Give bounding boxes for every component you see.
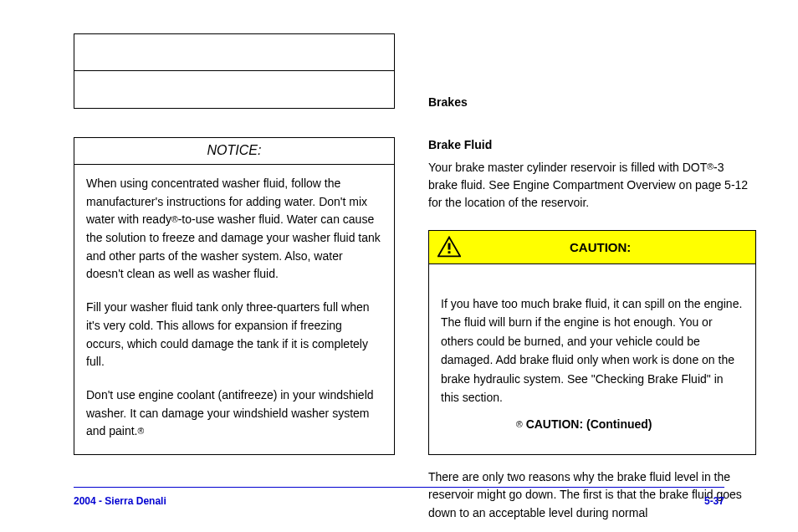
footer-left: 2004 - Sierra Denali [74,495,166,507]
footer-rule [74,487,724,488]
notice-paragraph-1: When using concentrated washer fluid, fo… [86,175,382,284]
caution-box: CAUTION: If you have too much brake flui… [428,230,756,455]
two-row-box-row-1 [74,34,394,71]
two-row-box-row-2 [74,71,394,108]
notice-body: When using concentrated washer fluid, fo… [74,165,394,454]
notice-paragraph-3: Don't use engine coolant (antifreeze) in… [86,386,382,441]
caution-title: CAUTION: [570,240,631,254]
warning-triangle-icon [437,236,461,258]
right-p1-pre: Your brake master cylinder reservoir is … [428,161,707,174]
notice-p2: Fill your washer fluid tank only three-q… [86,300,370,368]
caution-header: CAUTION: [429,231,755,264]
notice-p3-reg: ® [138,424,145,437]
notice-p1-post: to [182,212,192,226]
placeholder-two-row-box [74,33,395,109]
brakes-heading: Brakes [428,94,755,111]
notice-p1-reg1: ® [171,212,178,226]
caution-body-paragraph-2: ® CAUTION: (Continued) [441,415,744,433]
right-column-title-block: Brakes [428,94,755,128]
notice-p3-pre: Don't use engine coolant (antifreeze) in… [86,388,374,437]
caution-body-paragraph-1: If you have too much brake fluid, it can… [441,294,744,407]
right-p1-reg: ® [707,161,714,174]
svg-rect-2 [448,251,451,253]
right-paragraph-1: Your brake master cylinder reservoir is … [428,159,755,212]
notice-header-text: NOTICE: [207,143,262,157]
brake-fluid-subheading: Brake Fluid [428,136,755,154]
footer-right: 5-37 [704,495,724,507]
notice-header: NOTICE: [74,138,394,165]
caution-body: If you have too much brake fluid, it can… [429,264,755,454]
svg-rect-1 [448,243,451,250]
notice-box: NOTICE: When using concentrated washer f… [74,137,395,455]
right-p1-link: Engine Compartment Overview [513,178,676,192]
page-footer: 2004 - Sierra Denali 5-37 [74,495,724,507]
notice-paragraph-2: Fill your washer fluid tank only three-q… [86,299,382,371]
caution-body-2-text: CAUTION: (Continued) [526,417,652,431]
caution-continued-reg: ® [516,417,523,431]
